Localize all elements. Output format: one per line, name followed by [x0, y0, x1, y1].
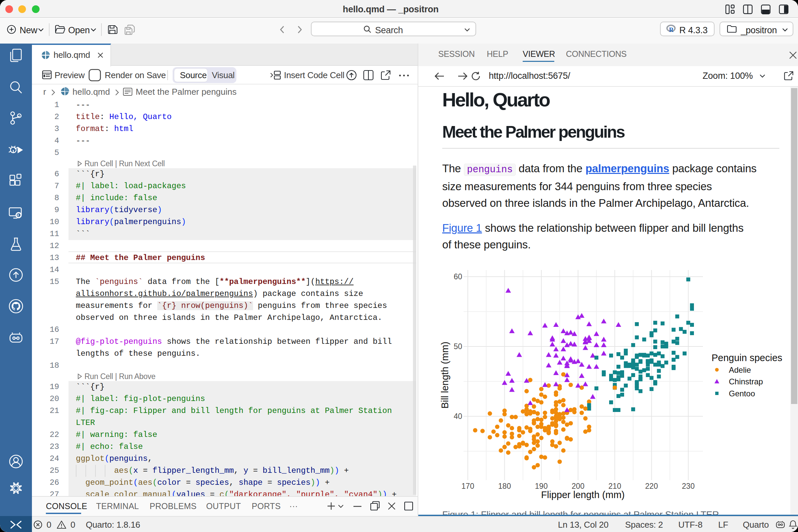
svg-text:170: 170	[461, 482, 474, 491]
svg-text:180: 180	[498, 482, 511, 491]
svg-text:R: R	[669, 26, 673, 33]
svg-text:Chinstrap: Chinstrap	[729, 377, 763, 386]
svg-text:Flipper length (mm): Flipper length (mm)	[541, 490, 624, 500]
svg-text:Bill length (mm): Bill length (mm)	[440, 341, 450, 408]
svg-text:Gentoo: Gentoo	[729, 389, 755, 398]
svg-text:60: 60	[454, 272, 462, 281]
svg-text:Adelie: Adelie	[729, 365, 751, 374]
svg-text:50: 50	[454, 342, 462, 351]
svg-text:220: 220	[645, 482, 658, 491]
svg-text:Penguin species: Penguin species	[711, 353, 782, 363]
svg-text:40: 40	[454, 412, 462, 421]
svg-text:230: 230	[682, 482, 695, 491]
